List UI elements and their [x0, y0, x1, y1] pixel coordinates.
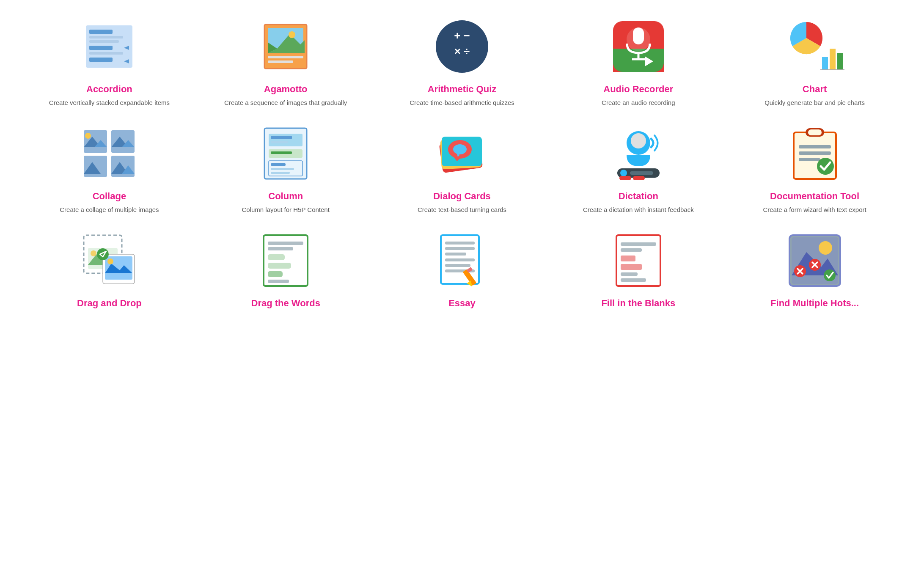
card-essay[interactable]: Essay [378, 231, 546, 312]
svg-rect-107 [621, 256, 635, 261]
svg-rect-106 [621, 248, 642, 252]
svg-point-13 [289, 31, 295, 38]
svg-rect-109 [621, 272, 638, 276]
svg-rect-53 [271, 163, 286, 166]
svg-rect-97 [445, 253, 466, 256]
svg-rect-89 [268, 247, 293, 250]
essay-icon [432, 231, 492, 290]
card-fill-in-the-blanks[interactable]: Fill in the Blanks [554, 231, 722, 312]
svg-rect-14 [268, 56, 303, 58]
card-desc-accordion: Create vertically stacked expandable ite… [49, 98, 170, 107]
card-title-agamotto: Agamotto [264, 84, 308, 95]
svg-text:×  ÷: × ÷ [454, 45, 470, 58]
svg-point-76 [817, 158, 834, 175]
svg-rect-72 [808, 129, 822, 135]
card-title-documentation-tool: Documentation Tool [770, 191, 859, 202]
svg-rect-74 [799, 151, 831, 155]
card-drag-the-words[interactable]: Drag the Words [202, 231, 370, 312]
svg-rect-95 [445, 242, 475, 245]
svg-rect-25 [633, 27, 644, 44]
card-dictation[interactable]: Dictation Create a dictation with instan… [554, 124, 722, 214]
card-desc-dialog-cards: Create text-based turning cards [418, 205, 506, 214]
svg-rect-31 [830, 49, 836, 70]
svg-point-64 [631, 133, 646, 148]
svg-rect-92 [268, 271, 283, 277]
card-desc-documentation-tool: Create a form wizard with text export [763, 205, 866, 214]
svg-rect-5 [89, 52, 123, 55]
card-agamotto[interactable]: Agamotto Create a sequence of images tha… [202, 17, 370, 107]
svg-point-84 [107, 258, 113, 264]
svg-rect-93 [268, 280, 289, 283]
card-title-collage: Collage [93, 191, 126, 202]
svg-rect-96 [445, 247, 475, 250]
audio-recorder-icon [609, 17, 668, 76]
svg-rect-7 [89, 58, 113, 62]
svg-rect-1 [89, 30, 113, 34]
card-title-arithmetic-quiz: Arithmetic Quiz [428, 84, 497, 95]
card-desc-column: Column layout for H5P Content [242, 205, 330, 214]
svg-point-85 [97, 248, 109, 260]
svg-rect-75 [799, 158, 820, 161]
svg-rect-110 [621, 278, 646, 282]
card-desc-audio-recorder: Create an audio recording [602, 98, 675, 107]
svg-rect-4 [89, 46, 113, 50]
svg-rect-73 [799, 145, 831, 148]
card-title-accordion: Accordion [86, 84, 132, 95]
documentation-tool-icon [785, 124, 844, 183]
svg-rect-54 [271, 168, 294, 170]
drag-the-words-icon [256, 231, 315, 290]
card-dialog-cards[interactable]: Dialog Cards Create text-based turning c… [378, 124, 546, 214]
card-chart[interactable]: Chart Quickly generate bar and pie chart… [731, 17, 899, 107]
fill-in-the-blanks-icon [609, 231, 668, 290]
card-collage[interactable]: Collage Create a collage of multiple ima… [25, 124, 193, 214]
svg-rect-68 [619, 176, 631, 180]
card-title-column: Column [268, 191, 303, 202]
card-audio-recorder[interactable]: Audio Recorder Create an audio recording [554, 17, 722, 107]
svg-rect-55 [271, 172, 290, 174]
svg-rect-108 [621, 264, 642, 270]
svg-rect-98 [445, 258, 475, 261]
svg-rect-48 [271, 136, 292, 139]
card-desc-arithmetic-quiz: Create time-based arithmetic quizzes [410, 98, 514, 107]
card-arithmetic-quiz[interactable]: + − × ÷ Arithmetic Quiz Create time-base… [378, 17, 546, 107]
card-drag-and-drop[interactable]: Drag and Drop [25, 231, 193, 312]
svg-point-121 [824, 269, 836, 281]
svg-text:+  −: + − [454, 29, 470, 42]
card-title-essay: Essay [448, 298, 476, 309]
card-accordion[interactable]: Accordion Create vertically stacked expa… [25, 17, 193, 107]
arithmetic-quiz-icon: + − × ÷ [432, 17, 492, 76]
svg-point-114 [819, 241, 832, 255]
card-documentation-tool[interactable]: Documentation Tool Create a form wizard … [731, 124, 899, 214]
svg-rect-51 [271, 151, 292, 154]
card-title-fill-in-the-blanks: Fill in the Blanks [601, 298, 675, 309]
card-title-drag-and-drop: Drag and Drop [77, 298, 142, 309]
svg-rect-2 [89, 36, 123, 38]
column-icon [256, 124, 315, 183]
card-title-chart: Chart [803, 84, 827, 95]
svg-rect-90 [268, 254, 285, 260]
dialog-cards-icon [432, 124, 492, 183]
svg-point-80 [91, 250, 96, 256]
card-column[interactable]: Column Column layout for H5P Content [202, 124, 370, 214]
svg-point-61 [453, 144, 467, 154]
drag-and-drop-icon [80, 231, 139, 290]
svg-rect-32 [837, 53, 843, 70]
chart-icon [785, 17, 844, 76]
card-title-audio-recorder: Audio Recorder [603, 84, 673, 95]
card-find-multiple-hotspots[interactable]: Find Multiple Hots... [731, 231, 899, 312]
svg-point-40 [85, 133, 91, 139]
svg-rect-49 [271, 141, 288, 143]
card-title-dialog-cards: Dialog Cards [433, 191, 491, 202]
svg-rect-91 [268, 263, 291, 269]
card-title-drag-the-words: Drag the Words [251, 298, 320, 309]
svg-rect-3 [89, 40, 119, 43]
dictation-icon [609, 124, 668, 183]
card-desc-dictation: Create a dictation with instant feedback [583, 205, 694, 214]
svg-rect-67 [630, 171, 653, 175]
accordion-icon [80, 17, 139, 76]
agamotto-icon [256, 17, 315, 76]
svg-rect-15 [268, 60, 293, 63]
collage-icon [80, 124, 139, 183]
card-desc-chart: Quickly generate bar and pie charts [764, 98, 865, 107]
svg-point-66 [620, 170, 627, 176]
